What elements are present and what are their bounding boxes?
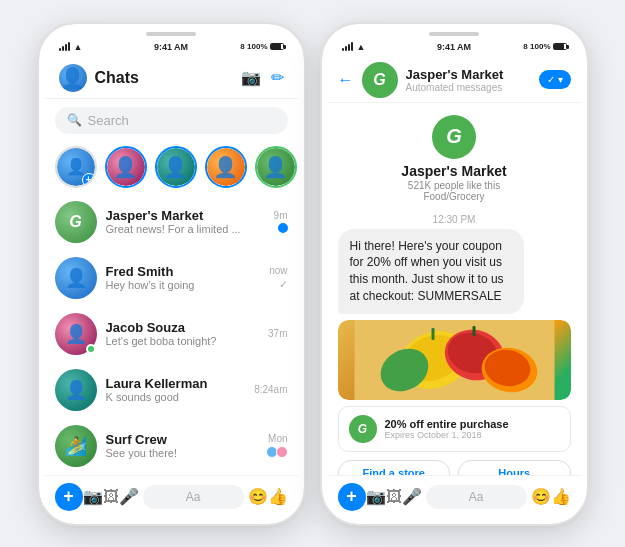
chat-name-laura: Laura Kellerman	[106, 376, 246, 391]
new-chat-button[interactable]: +	[55, 483, 83, 511]
chat-item-jaspers[interactable]: G Jasper's Market Great news! For a limi…	[45, 194, 298, 250]
compose-area-right[interactable]: Aa	[426, 485, 527, 509]
coupon-icon: G	[349, 415, 377, 443]
emoji-toolbar-icon-right[interactable]: 😊	[531, 487, 551, 506]
svg-rect-8	[431, 328, 434, 340]
laura-avatar-img: 👤	[55, 369, 97, 411]
edit-icon[interactable]: ✏	[271, 68, 284, 87]
bar2	[62, 46, 64, 51]
hours-button[interactable]: Hours	[458, 460, 571, 475]
messages-area: Hi there! Here's your coupon for 20% off…	[328, 229, 581, 475]
conv-avatar: G	[362, 62, 398, 98]
image-toolbar-icon-left[interactable]: 🖼	[103, 488, 119, 506]
chat-name-surf: Surf Crew	[106, 432, 257, 447]
battery-fill-right	[554, 44, 565, 49]
messenger-header: 👤 Chats 📷 ✏	[45, 58, 298, 99]
surf-avatar-img: 🏄	[55, 425, 97, 467]
header-icons: 📷 ✏	[241, 68, 284, 87]
battery-icon-left	[270, 43, 284, 50]
chat-avatar-fred: 👤	[55, 257, 97, 299]
video-call-button[interactable]: ✓ ▾	[539, 70, 571, 89]
coupon-title: 20% off entire purchase	[385, 418, 560, 430]
find-store-button[interactable]: Find a store	[338, 460, 451, 475]
compose-area-left[interactable]: Aa	[143, 485, 244, 509]
laura-silhouette: 👤	[55, 369, 97, 411]
business-logo: G	[432, 115, 476, 159]
camera-toolbar-icon-left[interactable]: 📷	[83, 487, 103, 506]
chat-info-jaspers: Jasper's Market Great news! For a limite…	[106, 208, 265, 235]
camera-icon[interactable]: 📷	[241, 68, 261, 87]
chat-meta-fred: now ✓	[269, 265, 287, 291]
battery-fill-left	[271, 44, 282, 49]
emoji-toolbar-icon-left[interactable]: 😊	[248, 487, 268, 506]
business-likes: 521K people like this	[408, 180, 500, 191]
story-1[interactable]: 👤	[105, 146, 147, 188]
like-toolbar-icon-left[interactable]: 👍	[268, 487, 288, 506]
chat-avatar-laura: 👤	[55, 369, 97, 411]
chat-info-jacob: Jacob Souza Let's get boba tonight?	[106, 320, 260, 347]
chat-info-fred: Fred Smith Hey how's it going	[106, 264, 261, 291]
chevron-down-icon: ▾	[558, 74, 563, 85]
search-bar[interactable]: 🔍 Search	[55, 107, 288, 134]
svg-rect-9	[472, 326, 475, 336]
chat-meta-surf: Mon	[266, 433, 288, 458]
like-toolbar-icon-right[interactable]: 👍	[551, 487, 571, 506]
chat-name-fred: Fred Smith	[106, 264, 261, 279]
time-right: 9:41 AM	[437, 42, 471, 52]
chat-item-laura[interactable]: 👤 Laura Kellerman K sounds good 8:24am	[45, 362, 298, 418]
status-bar-right: ▲ 9:41 AM 8 100%	[328, 36, 581, 58]
conv-subtitle: Automated messages	[406, 82, 531, 93]
chat-meta-jacob: 37m	[268, 328, 287, 339]
story-2-img: 👤	[157, 148, 195, 186]
status-bar-left: ▲ 9:41 AM 8 100%	[45, 36, 298, 58]
mic-toolbar-icon-right[interactable]: 🎤	[402, 487, 422, 506]
business-profile: G Jasper's Market 521K people like this …	[328, 103, 581, 208]
camera-toolbar-icon-right[interactable]: 📷	[366, 487, 386, 506]
fred-avatar-img: 👤	[55, 257, 97, 299]
story-1-img: 👤	[107, 148, 145, 186]
chat-preview-jacob: Let's get boba tonight?	[106, 335, 260, 347]
messenger-title-area: 👤 Chats	[59, 64, 139, 92]
chat-item-surf[interactable]: 🏄 Surf Crew See you there! Mon	[45, 418, 298, 474]
new-chat-button-right[interactable]: +	[338, 483, 366, 511]
chat-name-jacob: Jacob Souza	[106, 320, 260, 335]
fred-silhouette: 👤	[55, 257, 97, 299]
story-4[interactable]: 👤	[255, 146, 297, 188]
phone-right: ▲ 9:41 AM 8 100% ← G Jasper's Market	[322, 24, 587, 524]
chat-info-laura: Laura Kellerman K sounds good	[106, 376, 246, 403]
chat-time-fred: now	[269, 265, 287, 276]
bottom-toolbar-left: + 📷 🖼 🎤 Aa 😊 👍	[45, 475, 298, 518]
stories-row: 👤 + 👤 👤 👤 👤	[45, 142, 298, 194]
coupon-logo-letter: G	[358, 422, 367, 436]
back-arrow-icon[interactable]: ←	[338, 71, 354, 89]
conv-header-right-icons: ✓ ▾	[539, 70, 571, 89]
checkmark-icon: ✓	[547, 74, 555, 85]
business-name: Jasper's Market	[401, 163, 506, 179]
phone-left: ▲ 9:41 AM 8 100% 👤 Chats	[39, 24, 304, 524]
sent-check-fred: ✓	[279, 278, 288, 291]
battery-pct-right: 8 100%	[523, 42, 550, 51]
story-3[interactable]: 👤	[205, 146, 247, 188]
add-story-avatar[interactable]: 👤 +	[55, 146, 97, 188]
story-2[interactable]: 👤	[155, 146, 197, 188]
bar4	[68, 42, 70, 51]
chat-avatar-jaspers: G	[55, 201, 97, 243]
chat-preview-jaspers: Great news! For a limited ...	[106, 223, 265, 235]
chat-preview-surf: See you there!	[106, 447, 257, 459]
image-toolbar-icon-right[interactable]: 🖼	[386, 488, 402, 506]
chat-item-fred[interactable]: 👤 Fred Smith Hey how's it going now ✓	[45, 250, 298, 306]
unread-dot-jaspers	[278, 223, 288, 233]
wifi-icon-left: ▲	[74, 42, 83, 52]
chat-avatar-jacob: 👤	[55, 313, 97, 355]
mic-toolbar-icon-left[interactable]: 🎤	[119, 487, 139, 506]
battery-area-right: 8 100%	[523, 42, 566, 51]
pepper-image-container	[338, 320, 571, 400]
bottom-toolbar-right: + 📷 🖼 🎤 Aa 😊 👍	[328, 475, 581, 518]
conv-header: ← G Jasper's Market Automated messages ✓…	[328, 58, 581, 103]
story-4-img: 👤	[257, 148, 295, 186]
online-dot-jacob	[86, 344, 96, 354]
msg-time: 12:30 PM	[328, 214, 581, 225]
battery-icon-right	[553, 43, 567, 50]
chat-item-jacob[interactable]: 👤 Jacob Souza Let's get boba tonight? 37…	[45, 306, 298, 362]
chat-preview-laura: K sounds good	[106, 391, 246, 403]
